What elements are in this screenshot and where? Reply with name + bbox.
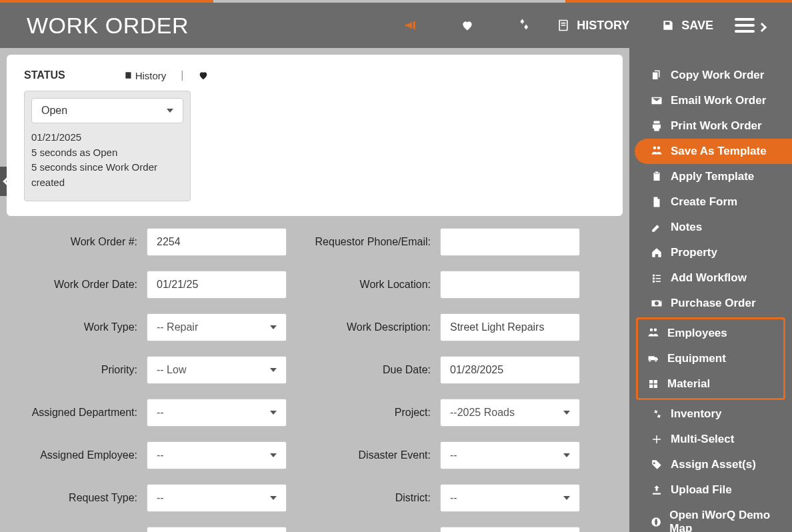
work-order-number-label: Work Order #:: [13, 236, 147, 248]
assigned-department-label: Assigned Department:: [13, 407, 147, 419]
menu-create-form-label: Create Form: [671, 195, 737, 209]
assigned-department-select[interactable]: --: [147, 399, 287, 427]
menu-inventory-label: Inventory: [671, 407, 722, 421]
menu-save-as-template[interactable]: Save As Template: [635, 139, 792, 164]
menu-multi-select-label: Multi-Select: [671, 433, 734, 446]
requestor-phone-email-label: Requestor Phone/Email:: [293, 236, 440, 248]
list-icon: [651, 272, 663, 284]
project-label: Project:: [293, 407, 440, 419]
menu-purchase-order[interactable]: Purchase Order: [635, 291, 792, 316]
paste-icon: [651, 171, 663, 183]
menu-add-workflow-label: Add Workflow: [671, 271, 747, 285]
save-button[interactable]: SAVE: [661, 19, 713, 33]
assigned-employee-select[interactable]: --: [147, 441, 287, 469]
hamburger-icon: [735, 18, 755, 33]
menu-employees-label: Employees: [667, 327, 727, 340]
menu-assign-assets-label: Assign Asset(s): [671, 458, 756, 471]
menu-apply-template-label: Apply Template: [671, 170, 754, 183]
menu-create-form[interactable]: Create Form: [635, 189, 792, 215]
work-description-label: Work Description:: [293, 321, 440, 333]
mail-icon: [651, 95, 663, 107]
requestor-name-input[interactable]: [147, 527, 287, 532]
menu-upload-file[interactable]: Upload File: [635, 477, 792, 503]
status-body: Open 01/21/2025 5 seconds as Open 5 seco…: [24, 91, 191, 201]
menu-copy-work-order[interactable]: Copy Work Order: [635, 63, 792, 88]
work-description-input[interactable]: Street Light Repairs: [440, 313, 580, 341]
menu-email-work-order[interactable]: Email Work Order: [635, 88, 792, 113]
menu-equipment[interactable]: Equipment: [638, 346, 783, 371]
boxes-icon: [647, 378, 659, 390]
disaster-event-select[interactable]: --: [440, 441, 580, 469]
globe-icon: [651, 516, 661, 528]
announcement-icon[interactable]: [405, 19, 418, 32]
menu-notes[interactable]: Notes: [635, 215, 792, 240]
menu-material-label: Material: [667, 377, 710, 391]
plus-icon: [651, 433, 663, 445]
menu-toggle[interactable]: [735, 18, 765, 33]
money-icon: [651, 297, 663, 309]
request-type-label: Request Type:: [13, 492, 147, 504]
upload-icon: [651, 484, 663, 496]
form-grid: Work Order #:2254Requestor Phone/Email:W…: [7, 221, 623, 532]
work-type-label: Work Type:: [13, 321, 147, 333]
status-title: STATUS: [24, 69, 65, 81]
status-card: STATUS History | Open 01/21/2025 5 secon…: [7, 55, 623, 216]
requestor-phone-email-input[interactable]: [440, 228, 580, 256]
edit-icon: [651, 221, 663, 233]
menu-equipment-label: Equipment: [667, 352, 726, 365]
project-select[interactable]: --2025 Roads: [440, 399, 580, 427]
caret-down-icon: [270, 496, 277, 500]
priority-select[interactable]: -- Low: [147, 356, 287, 384]
menu-purchase-order-label: Purchase Order: [671, 297, 756, 310]
disaster-event-label: Disaster Event:: [293, 449, 440, 461]
district-label: District:: [293, 492, 440, 504]
work-order-date-label: Work Order Date:: [13, 279, 147, 291]
menu-print-work-order-label: Print Work Order: [671, 119, 762, 133]
menu-open-map-label: Open iWorQ Demo Map: [669, 509, 784, 532]
history-button[interactable]: HISTORY: [557, 19, 629, 33]
header-bar: WORK ORDER HISTORY SAVE: [0, 3, 792, 48]
status-line1: 5 seconds as Open: [31, 145, 183, 161]
work-location-input[interactable]: [440, 271, 580, 299]
save-icon: [661, 19, 675, 32]
caret-down-icon: [563, 411, 570, 415]
status-select-value: Open: [41, 105, 67, 117]
book-icon: [557, 19, 570, 32]
heart-icon[interactable]: [461, 19, 474, 32]
settings-icon[interactable]: [517, 19, 530, 32]
menu-open-map[interactable]: Open iWorQ Demo Map: [635, 503, 792, 532]
caret-down-icon: [270, 453, 277, 457]
home-icon: [651, 247, 663, 259]
work-order-number-input[interactable]: 2254: [147, 228, 287, 256]
history-small-icon: [124, 71, 133, 80]
page-title: WORK ORDER: [27, 13, 189, 39]
district-select[interactable]: --: [440, 484, 580, 512]
status-select[interactable]: Open: [31, 98, 183, 123]
right-menu: Copy Work OrderEmail Work OrderPrint Wor…: [629, 48, 792, 532]
heart-small-icon[interactable]: [198, 70, 209, 81]
menu-material[interactable]: Material: [638, 371, 783, 397]
menu-assign-assets[interactable]: Assign Asset(s): [635, 452, 792, 477]
truck-icon: [647, 353, 659, 365]
menu-apply-template[interactable]: Apply Template: [635, 164, 792, 189]
menu-print-work-order[interactable]: Print Work Order: [635, 113, 792, 139]
status-date: 01/21/2025: [31, 130, 183, 145]
status-history-link[interactable]: History: [124, 70, 167, 81]
menu-add-workflow[interactable]: Add Workflow: [635, 265, 792, 291]
menu-upload-file-label: Upload File: [671, 483, 732, 497]
menu-employees[interactable]: Employees: [638, 321, 783, 346]
priority-label: Priority:: [13, 364, 147, 376]
caret-down-icon: [563, 453, 570, 457]
menu-property[interactable]: Property: [635, 240, 792, 265]
menu-multi-select[interactable]: Multi-Select: [635, 427, 792, 452]
due-date-input[interactable]: 01/28/2025: [440, 356, 580, 384]
menu-inventory[interactable]: Inventory: [635, 401, 792, 427]
gis-link-id-input[interactable]: 0: [440, 527, 580, 532]
work-type-select[interactable]: -- Repair: [147, 313, 287, 341]
print-icon: [651, 120, 663, 132]
gears-icon: [651, 408, 663, 420]
request-type-select[interactable]: --: [147, 484, 287, 512]
menu-copy-work-order-label: Copy Work Order: [671, 69, 764, 82]
work-order-date-input[interactable]: 01/21/25: [147, 271, 287, 299]
copy-icon: [651, 69, 663, 81]
